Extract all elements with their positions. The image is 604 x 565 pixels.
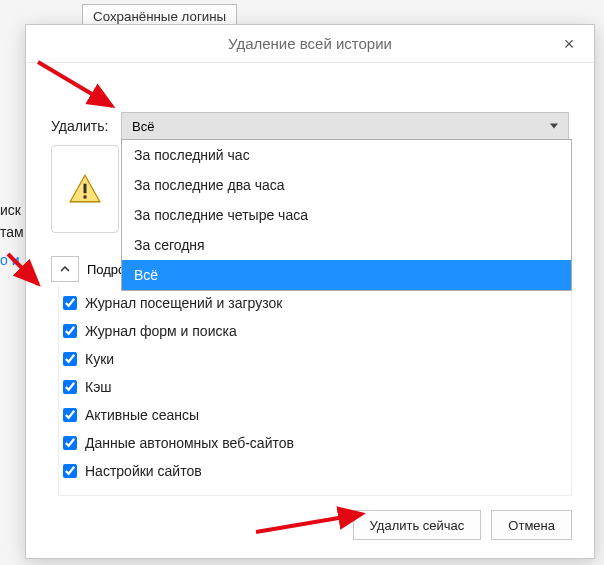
bg-text-3: о и [0,252,20,268]
time-range-option[interactable]: Всё [122,260,571,290]
time-range-option[interactable]: За последние два часа [122,170,571,200]
checklist-checkbox[interactable] [63,296,77,310]
close-icon[interactable]: × [554,25,584,63]
checklist-item[interactable]: Настройки сайтов [61,457,565,485]
checklist-checkbox[interactable] [63,408,77,422]
checklist-checkbox[interactable] [63,352,77,366]
dialog-title: Удаление всей истории [228,35,392,52]
clear-history-dialog: Удаление всей истории × Удалить: Всё Под… [25,24,595,559]
checklist-checkbox[interactable] [63,436,77,450]
time-range-option[interactable]: За последний час [122,140,571,170]
time-range-option[interactable]: За последние четыре часа [122,200,571,230]
checklist-label: Данные автономных веб-сайтов [85,435,294,451]
checklist-checkbox[interactable] [63,464,77,478]
checklist-label: Активные сеансы [85,407,199,423]
checklist-label: Журнал посещений и загрузок [85,295,282,311]
time-range-row: Удалить: Всё [51,111,569,141]
svg-rect-1 [84,195,87,198]
warning-icon [68,172,102,206]
bg-text-2: там [0,224,24,240]
time-range-option[interactable]: За сегодня [122,230,571,260]
bg-text-1: иск [0,202,21,218]
checklist-checkbox[interactable] [63,324,77,338]
checklist-item[interactable]: Активные сеансы [61,401,565,429]
details-checklist[interactable]: Журнал посещений и загрузокЖурнал форм и… [58,285,572,496]
checklist-item[interactable]: Журнал форм и поиска [61,317,565,345]
time-range-value: Всё [132,119,154,134]
checklist-label: Настройки сайтов [85,463,202,479]
dialog-title-bar: Удаление всей истории × [26,25,594,63]
checklist-item[interactable]: Данные автономных веб-сайтов [61,429,565,457]
cancel-button[interactable]: Отмена [491,510,572,540]
svg-rect-0 [84,184,87,194]
checklist-label: Журнал форм и поиска [85,323,237,339]
checklist-checkbox[interactable] [63,380,77,394]
time-range-dropdown[interactable]: За последний часЗа последние два часаЗа … [121,139,572,291]
checklist-item[interactable]: Журнал посещений и загрузок [61,289,565,317]
checklist-label: Кэш [85,379,112,395]
checklist-label: Куки [85,351,114,367]
details-toggle[interactable] [51,256,79,282]
time-range-label: Удалить: [51,118,121,134]
delete-now-button[interactable]: Удалить сейчас [353,510,482,540]
warning-icon-box [51,145,119,233]
chevron-down-icon [550,124,558,129]
chevron-up-icon [60,264,70,274]
checklist-item[interactable]: Куки [61,345,565,373]
time-range-select[interactable]: Всё [121,112,569,140]
dialog-button-row: Удалить сейчас Отмена [353,510,572,540]
checklist-item[interactable]: Кэш [61,373,565,401]
